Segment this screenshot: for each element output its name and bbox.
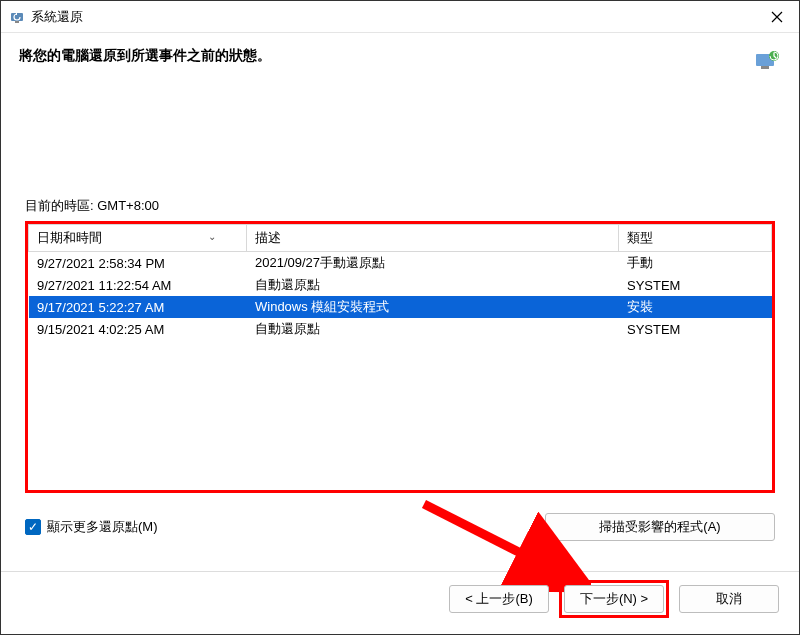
show-more-checkbox[interactable]: ✓ 顯示更多還原點(M) bbox=[25, 518, 533, 536]
system-restore-icon bbox=[9, 9, 25, 25]
next-button-highlight: 下一步(N) > bbox=[559, 580, 669, 618]
close-button[interactable] bbox=[767, 7, 787, 27]
svg-rect-3 bbox=[761, 66, 769, 69]
window-title: 系統還原 bbox=[31, 8, 767, 26]
restore-icon bbox=[753, 47, 781, 75]
show-more-label: 顯示更多還原點(M) bbox=[47, 518, 158, 536]
table-row[interactable]: 9/15/2021 4:02:25 AM自動還原點SYSTEM bbox=[29, 318, 772, 340]
cell-desc: 自動還原點 bbox=[247, 318, 619, 340]
cell-desc: 2021/09/27手動還原點 bbox=[247, 252, 619, 275]
table-row[interactable]: 9/27/2021 2:58:34 PM2021/09/27手動還原點手動 bbox=[29, 252, 772, 275]
footer-buttons: < 上一步(B) 下一步(N) > 取消 bbox=[449, 580, 779, 618]
column-header-type[interactable]: 類型 bbox=[619, 225, 772, 252]
cell-desc: 自動還原點 bbox=[247, 274, 619, 296]
column-header-desc[interactable]: 描述 bbox=[247, 225, 619, 252]
cell-desc: Windows 模組安裝程式 bbox=[247, 296, 619, 318]
svg-rect-1 bbox=[15, 21, 19, 23]
table-row[interactable]: 9/17/2021 5:22:27 AMWindows 模組安裝程式安裝 bbox=[29, 296, 772, 318]
cell-type: SYSTEM bbox=[619, 318, 772, 340]
header: 將您的電腦還原到所選事件之前的狀態。 bbox=[1, 33, 799, 85]
timezone-label: 目前的時區: GMT+8:00 bbox=[25, 197, 775, 215]
table-empty-area bbox=[28, 340, 772, 490]
next-button[interactable]: 下一步(N) > bbox=[564, 585, 664, 613]
cell-date: 9/15/2021 4:02:25 AM bbox=[29, 318, 247, 340]
scan-affected-button[interactable]: 掃描受影響的程式(A) bbox=[545, 513, 775, 541]
cell-type: 手動 bbox=[619, 252, 772, 275]
separator bbox=[1, 571, 799, 572]
restore-points-table-highlight: 日期和時間 ⌄ 描述 類型 9/27/2021 2:58:34 PM2021/0… bbox=[25, 221, 775, 493]
cancel-button[interactable]: 取消 bbox=[679, 585, 779, 613]
checkbox-checked-icon: ✓ bbox=[25, 519, 41, 535]
cell-date: 9/27/2021 2:58:34 PM bbox=[29, 252, 247, 275]
cell-date: 9/17/2021 5:22:27 AM bbox=[29, 296, 247, 318]
cell-type: SYSTEM bbox=[619, 274, 772, 296]
column-header-date-label: 日期和時間 bbox=[37, 230, 102, 245]
sort-indicator-icon: ⌄ bbox=[208, 231, 216, 242]
cell-type: 安裝 bbox=[619, 296, 772, 318]
column-header-date[interactable]: 日期和時間 ⌄ bbox=[29, 225, 247, 252]
table-row[interactable]: 9/27/2021 11:22:54 AM自動還原點SYSTEM bbox=[29, 274, 772, 296]
cell-date: 9/27/2021 11:22:54 AM bbox=[29, 274, 247, 296]
titlebar: 系統還原 bbox=[1, 1, 799, 33]
content-area: 目前的時區: GMT+8:00 日期和時間 ⌄ 描述 類型 9/27/2021 … bbox=[1, 85, 799, 541]
header-text: 將您的電腦還原到所選事件之前的狀態。 bbox=[19, 47, 753, 65]
restore-points-table[interactable]: 日期和時間 ⌄ 描述 類型 9/27/2021 2:58:34 PM2021/0… bbox=[28, 224, 772, 340]
back-button[interactable]: < 上一步(B) bbox=[449, 585, 549, 613]
